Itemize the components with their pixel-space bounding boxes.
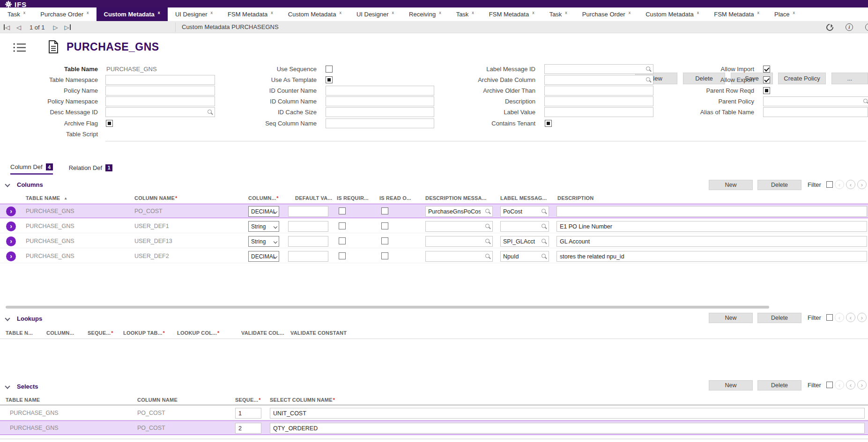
is-read-only-checkbox[interactable] (381, 222, 388, 229)
next-record-icon[interactable]: ▷ (53, 24, 58, 30)
table-row[interactable]: › PURCHASE_GNS USER_DEF13 String (0, 234, 868, 248)
pager-left-icon[interactable]: ‹ (846, 380, 855, 390)
close-icon[interactable]: x (757, 10, 760, 15)
label-message-input[interactable] (501, 251, 539, 261)
expand-row-icon[interactable]: › (6, 221, 16, 231)
column-header-lookup-table[interactable]: LOOKUP TAB...* (123, 330, 165, 336)
more-actions-button[interactable]: ... (831, 73, 868, 84)
seq-column-name-field[interactable] (326, 118, 434, 128)
description-input[interactable] (556, 221, 867, 232)
is-required-checkbox[interactable] (339, 207, 346, 214)
default-value-input[interactable] (288, 221, 328, 232)
tab-relation-def[interactable]: Relation Def 1 (69, 163, 113, 175)
search-icon[interactable] (485, 209, 490, 213)
policy-name-field[interactable] (105, 86, 215, 96)
description-message-input[interactable] (426, 221, 483, 231)
table-row[interactable]: › PURCHASE_GNS PO_COST DECIMAL (0, 204, 868, 218)
label-message-input[interactable] (501, 236, 539, 246)
column-header-is-read-only[interactable]: IS READ O... (379, 195, 411, 201)
column-header-lookup-column[interactable]: LOOKUP COL...* (177, 330, 219, 336)
close-icon[interactable]: x (697, 10, 699, 15)
first-record-icon[interactable]: ◁ (4, 24, 10, 30)
tab-ui-designer-1[interactable]: UI Designerx (168, 7, 220, 21)
tab-task-2[interactable]: Taskx (449, 7, 482, 21)
close-icon[interactable]: x (629, 10, 631, 15)
pager-left-icon[interactable]: ‹ (846, 180, 855, 189)
column-header-description[interactable]: DESCRIPTION (557, 195, 594, 201)
tab-task-1[interactable]: Taskx (0, 7, 33, 21)
description-message-lookup[interactable] (425, 206, 493, 217)
expand-row-icon[interactable]: › (6, 206, 16, 216)
desc-message-id-field[interactable] (105, 107, 215, 117)
column-header-column-name[interactable]: COLUMN NAME* (134, 195, 177, 201)
selects-new-button[interactable]: New (709, 380, 753, 390)
column-header-column-type[interactable]: COLUMN...* (248, 195, 279, 201)
table-row[interactable]: › PURCHASE_GNS USER_DEF1 String (0, 219, 868, 233)
description-message-lookup[interactable] (425, 251, 493, 262)
is-required-checkbox[interactable] (339, 252, 346, 259)
tab-fsm-metadata-3[interactable]: FSM Metadatax (706, 7, 767, 21)
selects-delete-button[interactable]: Delete (757, 380, 801, 390)
select-column-name-input[interactable] (270, 408, 865, 419)
tab-fsm-metadata-1[interactable]: FSM Metadatax (220, 7, 281, 21)
archive-date-column-input[interactable] (545, 75, 643, 84)
collapse-chevron-icon[interactable] (5, 316, 10, 321)
label-message-input[interactable] (501, 206, 539, 216)
tab-purchase-order-1[interactable]: Purchase Orderx (33, 7, 96, 21)
column-header-column-name[interactable]: COLUMN NAME (137, 397, 178, 403)
column-header-sequence[interactable]: SEQUE...* (235, 397, 261, 403)
table-namespace-field[interactable] (105, 75, 215, 85)
contains-tenant-checkbox[interactable] (545, 120, 552, 127)
pager-right-icon[interactable]: › (857, 380, 867, 390)
search-icon[interactable] (542, 239, 546, 243)
selects-filter-checkbox[interactable] (826, 382, 833, 388)
pager-left-icon[interactable]: ‹ (846, 313, 855, 322)
label-value-field[interactable] (544, 107, 653, 117)
close-icon[interactable]: x (565, 10, 567, 15)
column-header-validate-constant[interactable]: VALIDATE CONSTANT (290, 330, 347, 336)
table-row[interactable]: PURCHASE_GNS PO_COST (0, 405, 868, 420)
label-message-id-input[interactable] (545, 65, 643, 74)
sequence-input[interactable] (235, 408, 261, 419)
parent-policy-field[interactable] (763, 96, 868, 106)
label-message-lookup[interactable] (500, 251, 549, 262)
description-message-input[interactable] (426, 251, 483, 261)
default-value-input[interactable] (288, 236, 328, 247)
collapse-chevron-icon[interactable] (5, 182, 10, 187)
lookups-delete-button[interactable]: Delete (757, 313, 801, 323)
is-read-only-checkbox[interactable] (381, 237, 388, 244)
tab-place[interactable]: Placex (767, 7, 802, 21)
search-icon[interactable] (485, 239, 490, 243)
column-header-sequence[interactable]: SEQUE...* (88, 330, 113, 336)
default-value-input[interactable] (288, 251, 328, 262)
column-header-default-value[interactable]: DEFAULT VA... (295, 195, 332, 201)
column-header-is-required[interactable]: IS REQUIR... (337, 195, 369, 201)
allow-import-checkbox[interactable] (763, 66, 770, 73)
close-icon[interactable]: x (532, 10, 534, 15)
id-cache-size-field[interactable] (326, 107, 434, 117)
expand-row-icon[interactable]: › (6, 236, 16, 246)
tab-custom-metadata-3[interactable]: Custom Metadatax (638, 7, 706, 21)
description-message-lookup[interactable] (425, 236, 493, 247)
column-header-select-column-name[interactable]: SELECT COLUMN NAME* (270, 397, 335, 403)
sequence-input[interactable] (235, 423, 261, 434)
close-icon[interactable]: x (472, 10, 474, 15)
search-icon[interactable] (542, 224, 546, 228)
refresh-icon[interactable] (825, 22, 835, 32)
column-header-column-name[interactable]: COLUMN... (46, 330, 74, 336)
id-counter-name-field[interactable] (326, 86, 434, 96)
column-header-table-name[interactable]: TABLE NAME▲ (26, 195, 67, 201)
description-input[interactable] (556, 236, 867, 247)
is-read-only-checkbox[interactable] (381, 207, 388, 214)
columns-new-button[interactable]: New (709, 180, 753, 190)
column-header-description-message[interactable]: DESCRIPTION MESSA... (425, 195, 487, 201)
expand-row-icon[interactable]: › (6, 251, 16, 261)
search-icon[interactable] (863, 99, 868, 103)
search-icon[interactable] (485, 224, 490, 228)
parent-row-reqd-checkbox[interactable] (763, 87, 770, 94)
close-icon[interactable]: x (158, 10, 160, 15)
label-message-input[interactable] (501, 221, 539, 231)
description-message-input[interactable] (426, 236, 483, 246)
is-required-checkbox[interactable] (339, 222, 346, 229)
pager-right-icon[interactable]: › (857, 180, 867, 189)
